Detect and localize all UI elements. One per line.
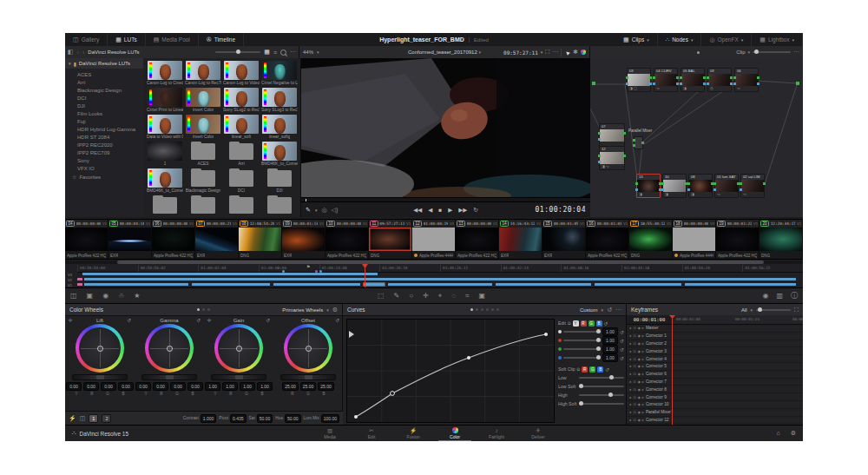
- expand-chevron-icon[interactable]: ▸: [642, 333, 644, 338]
- value-field[interactable]: 1.00: [240, 382, 255, 391]
- timeline-clip[interactable]: 04 00:00:00:00 V1 Apple ProRes 422 HQ: [65, 220, 108, 260]
- reset-icon[interactable]: ↺: [620, 338, 624, 344]
- corrector-node[interactable]: 10 ◨: [662, 174, 687, 198]
- clip-thumbnail[interactable]: [282, 228, 325, 251]
- viewer-zoom-level[interactable]: 44%: [303, 49, 313, 55]
- panel-toggle-button[interactable]: ◎ OpenFX ▾: [701, 33, 752, 46]
- window-tool-icon[interactable]: ○: [409, 292, 413, 300]
- lut-folder-item[interactable]: Film Looks: [65, 109, 143, 117]
- expand-chevron-icon[interactable]: ▸: [642, 410, 644, 414]
- keyframe-track-lane[interactable]: [672, 386, 803, 393]
- clip-thumbnail[interactable]: [152, 228, 194, 251]
- loop-icon[interactable]: ↻: [473, 207, 477, 214]
- lut-folder-item[interactable]: Arri: [65, 78, 143, 86]
- lut-folder-item[interactable]: HDR Hybrid Log-Gamma: [65, 125, 143, 133]
- keyframes-filter-dropdown[interactable]: All: [741, 307, 747, 313]
- lut-grid-item[interactable]: Canon Log to Video: [223, 61, 260, 85]
- value-field[interactable]: 25.00: [318, 382, 334, 391]
- softclip-b-button[interactable]: B: [597, 366, 603, 373]
- expand-chevron-icon[interactable]: ▸: [642, 402, 644, 406]
- lock-icon[interactable]: ⊡: [633, 357, 635, 361]
- timeline-scrollbar[interactable]: [65, 261, 803, 264]
- lut-folder-item[interactable]: IPP2 REC2020: [65, 141, 143, 148]
- panel-toggle-button[interactable]: ▤ Media Pool: [146, 33, 199, 46]
- lut-grid-item[interactable]: Canon Log to Rec709: [185, 61, 221, 85]
- high-slider[interactable]: [579, 394, 624, 396]
- jump-last-frame-icon[interactable]: ▶▶: [458, 207, 467, 214]
- enable-dot-icon[interactable]: ●: [629, 395, 631, 399]
- timeline-clip[interactable]: 14 14:16:43:12 V1 EXR: [499, 220, 542, 260]
- clip-thumbnail[interactable]: [412, 228, 455, 251]
- panel-toggle-button[interactable]: ◫ Gallery: [65, 33, 108, 46]
- value-field[interactable]: 0.00: [187, 382, 203, 391]
- lut-grid-item[interactable]: Invert Color: [185, 88, 221, 112]
- adjust-value-field[interactable]: 50.00: [257, 414, 273, 423]
- r-gain-slider[interactable]: [563, 340, 601, 341]
- source-input-node[interactable]: [592, 82, 595, 85]
- lut-root-folder[interactable]: ▾ ▮ DaVinci Resolve LUTs: [65, 58, 143, 69]
- corrector-node[interactable]: 06 ↝: [734, 68, 759, 92]
- expand-viewer-icon[interactable]: ⛶: [545, 49, 549, 56]
- live-grade-icon[interactable]: ◉: [102, 292, 108, 300]
- wheels-mode-dropdown[interactable]: Primaries Wheels: [282, 307, 323, 313]
- video-track-v1[interactable]: [77, 283, 803, 287]
- corrector-node[interactable]: 12 ◨ ↝: [599, 146, 625, 170]
- keyframe-track-row[interactable]: ● ⊡ ◆ ▸ Corrector 1: [627, 333, 803, 340]
- grid-view-icon[interactable]: ▦: [264, 49, 270, 56]
- panel-toggle-button[interactable]: ✇ Timeline: [199, 33, 244, 46]
- panel-settings-icon[interactable]: ⚙: [332, 307, 338, 313]
- corrector-node[interactable]: 07: [599, 123, 625, 148]
- timeline-clip[interactable]: 07 00:00:00:21 V1 EXR: [195, 220, 239, 260]
- page-tab[interactable]: ♪ Fairlight: [477, 426, 516, 442]
- clip-thumbnail[interactable]: [65, 228, 108, 251]
- adjust-value-field[interactable]: 0.435: [230, 414, 247, 423]
- blur-tool-icon[interactable]: ≈: [465, 292, 469, 300]
- lut-grid-item[interactable]: [147, 195, 183, 215]
- wheel-puck[interactable]: [167, 346, 173, 352]
- value-field[interactable]: 0.00: [135, 382, 151, 391]
- wheel-puck[interactable]: [306, 346, 312, 352]
- gain-color-ring[interactable]: [214, 324, 263, 373]
- value-field[interactable]: 0.00: [118, 382, 134, 391]
- keyframe-track-row[interactable]: ● ⊡ ◆ ▸ Corrector 10: [627, 401, 803, 409]
- wheel-puck[interactable]: [236, 346, 242, 352]
- link-icon[interactable]: ⧉: [577, 366, 581, 373]
- timeline-name-dropdown[interactable]: Conformed_teaser_20170912: [408, 49, 477, 55]
- lock-icon[interactable]: ⊡: [633, 395, 635, 399]
- crosshair-icon[interactable]: ✛: [207, 317, 212, 323]
- collaboration-icon[interactable]: ☃: [118, 292, 124, 300]
- options-menu-icon[interactable]: ⋯: [793, 49, 799, 56]
- lut-folder-item[interactable]: VFX IO: [65, 164, 143, 172]
- timeline-clip[interactable]: 06 00:00:00:00 V1 Apple ProRes 422 HQ: [152, 220, 195, 260]
- lut-grid-item[interactable]: Blackmagic Design: [185, 168, 221, 193]
- lut-grid-item[interactable]: linear_soft: [223, 115, 260, 139]
- output-node[interactable]: [796, 82, 799, 85]
- keyframe-track-lane[interactable]: [672, 401, 803, 408]
- gamma-master-dial[interactable]: [141, 374, 197, 380]
- wheel-puck[interactable]: [97, 346, 103, 352]
- timeline-clip[interactable]: 15 00:00:01:05 V1 EXR: [542, 220, 586, 260]
- channel-r-button[interactable]: R: [581, 320, 587, 327]
- value-field[interactable]: 1.00: [257, 382, 273, 391]
- color-wheel-icon[interactable]: [581, 49, 586, 55]
- b-gain-slider[interactable]: [563, 357, 601, 359]
- timeline-playhead[interactable]: [365, 265, 365, 288]
- timeline-clip[interactable]: 05 00:00:04:14 V1 EXR: [108, 220, 152, 260]
- timeline-clip[interactable]: 09 00:00:01:13 V1 EXR: [282, 220, 326, 260]
- adjust-value-field[interactable]: 1.000: [201, 414, 217, 423]
- lut-grid-item[interactable]: BMD46K_to_Comet_...: [261, 142, 298, 166]
- clip-thumbnail[interactable]: [499, 228, 542, 251]
- lut-grid-item[interactable]: Arri: [223, 142, 260, 166]
- flag-marker-icon[interactable]: ⚑: [306, 264, 310, 269]
- lift-color-ring[interactable]: [76, 324, 124, 373]
- value-field[interactable]: 1.00: [602, 345, 618, 353]
- keyframe-track-row[interactable]: ● ⊡ ◆ ▸ Corrector 3: [627, 347, 803, 355]
- lut-folder-item[interactable]: DJI: [65, 102, 143, 109]
- annotation-tool-icon[interactable]: ✎: [306, 207, 311, 214]
- value-field[interactable]: 0.00: [66, 382, 82, 391]
- lut-grid-item[interactable]: Data to Video with Clip: [147, 115, 183, 139]
- video-track-v3[interactable]: [77, 273, 803, 276]
- keyframe-track-lane[interactable]: [672, 409, 803, 416]
- corrector-node[interactable]: 09 ◷: [707, 68, 732, 92]
- lut-folder-item[interactable]: Sony: [65, 156, 143, 164]
